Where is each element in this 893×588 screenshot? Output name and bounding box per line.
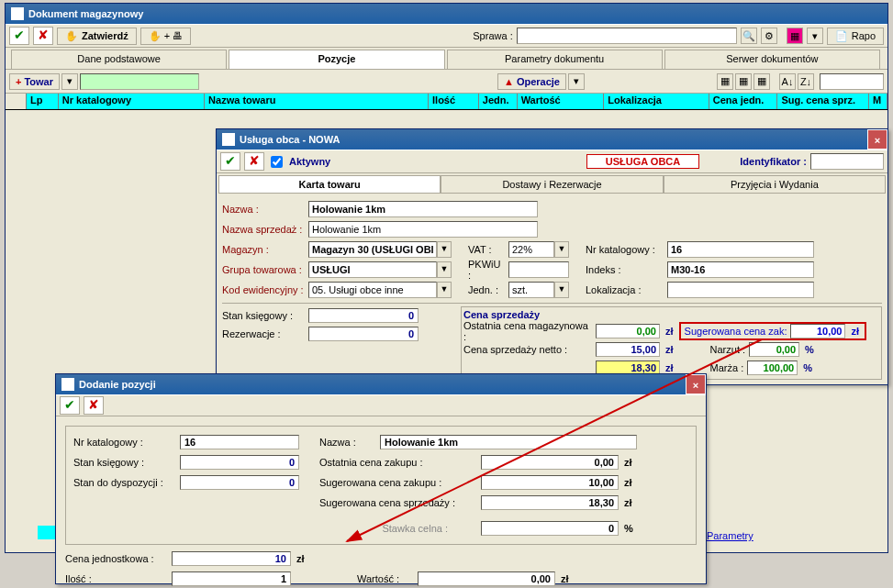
tab-karta[interactable]: Karta towaru (218, 175, 441, 194)
tab-pozycje[interactable]: Pozycje (229, 50, 444, 69)
indeks-label: Indeks : (586, 264, 664, 275)
d-nazwa-value: Holowanie 1km (380, 435, 637, 449)
cancel-button[interactable]: ✘ (33, 27, 53, 45)
main-titlebar: Dokument magazynowy (6, 4, 887, 24)
kodew-select[interactable] (308, 282, 437, 298)
jedn-select[interactable] (508, 282, 554, 298)
marza-value[interactable]: 100,00 (747, 361, 798, 375)
nrkat-input[interactable] (667, 241, 814, 258)
netto-value[interactable]: 15,00 (596, 342, 660, 357)
operacje-button[interactable]: ▲Operacje (497, 73, 566, 90)
gear-icon[interactable]: ⚙ (761, 28, 777, 44)
ok-button[interactable]: ✔ (9, 27, 29, 45)
vat-dd[interactable]: ▼ (554, 241, 569, 258)
aktywny-checkbox[interactable] (271, 156, 283, 168)
dodanie-titlebar: Dodanie pozycji (56, 374, 706, 394)
dodanie-ok-button[interactable]: ✔ (60, 396, 80, 415)
usluga-titlebar: Usługa obca - NOWA (217, 129, 887, 150)
jedn-dd[interactable]: ▼ (554, 282, 569, 298)
nrkat-label: Nr katalogowy : (586, 244, 664, 255)
d-stando-value: 0 (180, 475, 299, 490)
dodanie-cancel-button[interactable]: ✘ (84, 396, 104, 415)
operacje-dd[interactable]: ▾ (568, 73, 585, 90)
sort-asc-icon[interactable]: A↓ (779, 73, 796, 90)
ident-input[interactable] (810, 153, 884, 170)
grupa-label: Grupa towarowa : (222, 264, 305, 275)
col-sugcena[interactable]: Sug. cena sprz. (777, 94, 869, 109)
parametry-link[interactable]: Parametry (705, 529, 755, 542)
d-stan-label: Stan księgowy : (73, 457, 174, 468)
d-ostatnia-label: Ostatnia cena zakupu : (319, 457, 475, 468)
dodanie-toolbar: ✔ ✘ (56, 394, 706, 416)
d-sugzak-value: 10,00 (481, 475, 619, 490)
col-nazwa[interactable]: Nazwa towaru (205, 94, 429, 109)
sug-value[interactable]: 10,00 (790, 324, 845, 338)
grid-row-selector (38, 526, 56, 539)
tab-serwer[interactable]: Serwer dokumentów (664, 50, 880, 69)
nazwa-input[interactable] (308, 201, 538, 217)
narzut-value[interactable]: 0,00 (749, 342, 799, 357)
towar-button[interactable]: +Towar (9, 73, 60, 90)
usluga-ok-button[interactable]: ✔ (220, 152, 240, 171)
narzut-label: Narzut : (710, 344, 746, 355)
tab-przyjecia[interactable]: Przyjęcia i Wydania (664, 175, 886, 194)
search-icon[interactable]: 🔍 (741, 28, 757, 44)
grupa-select[interactable] (308, 261, 437, 278)
raport-button[interactable]: 📄 Rapo (827, 28, 884, 45)
sug-label: Sugerowana cena zak: (685, 326, 787, 337)
col-lokal[interactable]: Lokalizacja (604, 94, 709, 109)
magazyn-label: Magazyn : (222, 244, 305, 255)
col-cenajedn[interactable]: Cena jedn. (709, 94, 778, 109)
nazwasp-input[interactable] (308, 221, 538, 238)
usluga-close-button[interactable]: × (867, 129, 887, 150)
d-stando-label: Stan do dyspozycji : (73, 477, 174, 488)
tool-icon-2[interactable]: ▦ (735, 73, 752, 90)
magazyn-dd[interactable]: ▼ (437, 241, 452, 258)
d-cenajed-input[interactable] (172, 551, 291, 566)
usluga-badge: USŁUGA OBCA (586, 154, 699, 169)
tool-icon-1[interactable]: ▦ (717, 73, 733, 90)
grupa-dd[interactable]: ▼ (437, 261, 452, 278)
sprawa-input[interactable] (517, 28, 737, 44)
usluga-toolbar: ✔ ✘ Aktywny USŁUGA OBCA Identyfikator : (217, 150, 887, 173)
sort-desc-icon[interactable]: Z↓ (798, 73, 814, 90)
zatwierdz-button[interactable]: ✋Zatwierdź (57, 28, 137, 45)
usluga-cancel-button[interactable]: ✘ (244, 152, 264, 171)
dd-icon[interactable]: ▾ (807, 28, 823, 44)
col-lp[interactable]: Lp (27, 94, 59, 109)
ident-label: Identyfikator : (740, 156, 807, 167)
d-sugspr-label: Sugerowana cena sprzedaży : (319, 497, 475, 508)
grid-icon[interactable]: ▦ (787, 28, 803, 44)
d-ilosc-input[interactable] (172, 571, 291, 586)
stan-value: 0 (308, 308, 419, 323)
col-nrkat[interactable]: Nr katalogowy (59, 94, 205, 109)
col-m[interactable]: M (869, 94, 887, 109)
search-grid-input[interactable] (820, 73, 884, 90)
d-stawka-value: 0 (481, 521, 619, 536)
col-ilosc[interactable]: Ilość (429, 94, 479, 109)
col-wartosc[interactable]: Wartość (518, 94, 605, 109)
vat-label: VAT : (468, 244, 505, 255)
col-jedn[interactable]: Jedn. (479, 94, 518, 109)
vat-select[interactable] (508, 241, 554, 258)
lokal-label: Lokalizacja : (586, 284, 664, 295)
dodanie-close-button[interactable]: × (686, 374, 706, 394)
tab-parametry[interactable]: Parametry dokumentu (447, 50, 663, 69)
towar-filter-input[interactable] (80, 73, 199, 90)
print-button[interactable]: ✋ + 🖶 (140, 28, 192, 45)
d-wartosc-label: Wartość : (357, 573, 412, 584)
d-ilosc-label: Ilość : (65, 573, 166, 584)
towar-dd[interactable]: ▾ (61, 73, 78, 90)
tool-icon-3[interactable]: ▦ (753, 73, 770, 90)
dodanie-window: Dodanie pozycji × ✔ ✘ Nr katalogowy : 16… (55, 373, 707, 584)
magazyn-select[interactable] (308, 241, 437, 258)
indeks-input[interactable] (667, 261, 814, 278)
lokal-input[interactable] (667, 282, 814, 298)
sprawa-label: Sprawa : (473, 30, 512, 41)
kodew-dd[interactable]: ▼ (437, 282, 452, 298)
usluga-title: Usługa obca - NOWA (240, 134, 340, 145)
tab-dostawy[interactable]: Dostawy i Rezerwacje (441, 175, 663, 194)
pkwiu-input[interactable] (508, 261, 569, 278)
ostatnia-label: Ostatnia cena magazynowa : (463, 320, 592, 342)
tab-dane[interactable]: Dane podstawowe (11, 50, 227, 69)
